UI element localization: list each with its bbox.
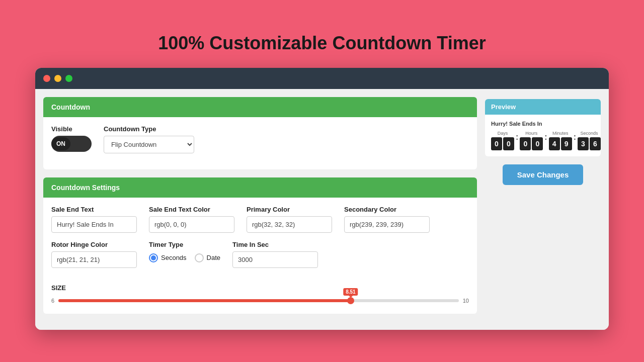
- size-min: 6: [51, 298, 54, 304]
- timer-type-label: Timer Type: [149, 241, 220, 248]
- hours-unit: Hours 0 0: [520, 131, 543, 150]
- countdown-section-body: Visible ON Countdown Type Fl: [43, 117, 477, 169]
- size-slider-tooltip: 8.51: [343, 288, 358, 296]
- radio-seconds-label: Seconds: [161, 254, 187, 261]
- page-title: 100% Customizable Countdown Timer: [158, 33, 486, 54]
- visible-field-group: Visible ON: [51, 125, 92, 153]
- colon-3: :: [574, 133, 576, 142]
- days-unit: Days 0 0: [491, 131, 514, 150]
- days-flip-pair: 0 0: [491, 137, 514, 150]
- size-slider-track: 8.51: [58, 299, 459, 302]
- minutes-flip-pair: 4 9: [549, 137, 572, 150]
- secondary-color-group: Secondary Color: [344, 206, 430, 233]
- sale-end-text-color-input[interactable]: [149, 216, 234, 233]
- hours-flip-pair: 0 0: [520, 137, 543, 150]
- hours-digit-2: 0: [532, 137, 543, 150]
- seconds-digit-2: 6: [590, 137, 601, 150]
- minutes-digit-1: 4: [549, 137, 560, 150]
- seconds-unit: Seconds 3 6: [578, 131, 601, 150]
- sale-end-text-color-group: Sale End Text Color: [149, 206, 234, 233]
- titlebar: [35, 68, 609, 89]
- save-changes-button[interactable]: Save Changes: [503, 164, 583, 185]
- seconds-digit-1: 3: [578, 137, 589, 150]
- radio-date[interactable]: Date: [195, 253, 220, 262]
- settings-section-header: Countdown Settings: [43, 177, 477, 198]
- dot-red[interactable]: [43, 75, 50, 82]
- settings-row-1: Sale End Text Sale End Text Color Primar…: [51, 206, 469, 233]
- toggle-on: ON: [51, 137, 70, 150]
- colon-2: :: [544, 133, 547, 142]
- sale-end-text-label: Sale End Text: [51, 206, 137, 213]
- secondary-color-input[interactable]: [344, 216, 430, 233]
- size-slider-fill: [58, 299, 351, 302]
- countdown-section-header: Countdown: [43, 97, 477, 117]
- days-digit-2: 0: [503, 137, 514, 150]
- preview-header: Preview: [485, 99, 601, 115]
- countdown-type-label: Countdown Type: [104, 125, 194, 133]
- size-row: 6 8.51 10: [51, 296, 469, 306]
- dot-green[interactable]: [65, 75, 72, 82]
- size-section: SIZE 6 8.51 10: [43, 284, 477, 314]
- hours-digit-1: 0: [520, 137, 531, 150]
- sale-end-text-group: Sale End Text: [51, 206, 137, 233]
- primary-color-group: Primary Color: [247, 206, 332, 233]
- rotor-hinge-color-label: Rotor Hinge Color: [51, 241, 137, 248]
- primary-color-label: Primary Color: [247, 206, 332, 213]
- seconds-flip-pair: 3 6: [578, 137, 601, 150]
- countdown-grid: Days 0 0 : Hours 0 0: [491, 131, 595, 150]
- toggle-container: ON: [51, 136, 92, 152]
- secondary-color-label: Secondary Color: [344, 206, 430, 213]
- sale-end-text-color-label: Sale End Text Color: [149, 206, 234, 213]
- settings-section-body: Sale End Text Sale End Text Color Primar…: [43, 198, 477, 284]
- size-label: SIZE: [51, 284, 469, 292]
- radio-date-circle: [195, 253, 204, 262]
- preview-box: Preview Hurry! Sale Ends In Days 0 0 :: [485, 99, 601, 156]
- right-panel: Preview Hurry! Sale Ends In Days 0 0 :: [485, 97, 601, 322]
- time-in-sec-group: Time In Sec: [232, 241, 318, 268]
- visible-toggle[interactable]: ON: [51, 136, 92, 152]
- left-panel: Countdown Visible ON: [43, 97, 477, 322]
- hours-label: Hours: [525, 131, 537, 136]
- visible-label: Visible: [51, 125, 92, 133]
- primary-color-input[interactable]: [247, 216, 332, 233]
- preview-body: Hurry! Sale Ends In Days 0 0 : Hours: [485, 115, 601, 156]
- size-max: 10: [463, 298, 469, 304]
- app-window: Countdown Visible ON: [35, 68, 609, 330]
- dot-yellow[interactable]: [54, 75, 61, 82]
- colon-1: :: [516, 133, 518, 142]
- days-digit-1: 0: [491, 137, 502, 150]
- settings-row-2: Rotor Hinge Color Timer Type Seconds: [51, 241, 469, 268]
- sale-end-text-input[interactable]: [51, 216, 137, 233]
- minutes-digit-2: 9: [561, 137, 572, 150]
- countdown-type-select[interactable]: Flip Countdown Simple Countdown Circular…: [104, 136, 194, 153]
- days-label: Days: [498, 131, 508, 136]
- preview-sale-text: Hurry! Sale Ends In: [491, 121, 595, 127]
- radio-date-label: Date: [207, 254, 220, 261]
- window-content: Countdown Visible ON: [35, 89, 609, 330]
- seconds-label: Seconds: [580, 131, 598, 136]
- timer-type-group: Timer Type Seconds Date: [149, 241, 220, 268]
- rotor-hinge-color-input[interactable]: [51, 251, 137, 268]
- radio-seconds[interactable]: Seconds: [149, 253, 187, 262]
- countdown-section: Countdown Visible ON: [43, 97, 477, 169]
- settings-section: Countdown Settings Sale End Text Sale En…: [43, 177, 477, 314]
- rotor-hinge-color-group: Rotor Hinge Color: [51, 241, 137, 268]
- time-in-sec-input[interactable]: [232, 251, 318, 268]
- size-slider-thumb[interactable]: [347, 297, 354, 304]
- size-slider-container: 8.51: [58, 296, 459, 306]
- minutes-unit: Minutes 4 9: [549, 131, 572, 150]
- time-in-sec-label: Time In Sec: [232, 241, 318, 248]
- minutes-label: Minutes: [552, 131, 569, 136]
- toggle-off: [70, 141, 80, 147]
- countdown-type-field-group: Countdown Type Flip Countdown Simple Cou…: [104, 125, 194, 153]
- countdown-field-row: Visible ON Countdown Type Fl: [51, 125, 469, 153]
- timer-type-radio-group: Seconds Date: [149, 253, 220, 262]
- radio-seconds-circle: [149, 253, 158, 262]
